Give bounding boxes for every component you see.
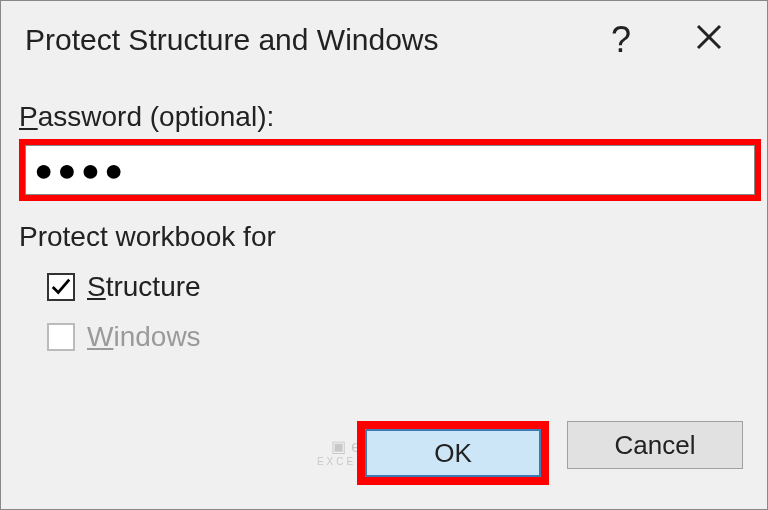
windows-checkbox <box>47 323 75 351</box>
cancel-button[interactable]: Cancel <box>567 421 743 469</box>
ok-button[interactable]: OK <box>365 429 541 477</box>
structure-label: Structure <box>87 271 201 303</box>
password-input[interactable] <box>25 145 755 195</box>
structure-checkbox-row[interactable]: Structure <box>47 271 743 303</box>
help-icon[interactable]: ? <box>597 19 645 61</box>
ok-button-highlight: OK <box>357 421 549 485</box>
protect-workbook-label: Protect workbook for <box>19 221 743 253</box>
windows-checkbox-row: Windows <box>47 321 743 353</box>
windows-label: Windows <box>87 321 201 353</box>
password-label: Password (optional): <box>19 101 743 133</box>
password-input-highlight <box>19 139 761 201</box>
titlebar: Protect Structure and Windows ? <box>1 1 767 71</box>
dialog-content: Password (optional): Protect workbook fo… <box>1 71 767 353</box>
structure-checkbox[interactable] <box>47 273 75 301</box>
close-icon[interactable] <box>685 22 733 59</box>
button-row: OK Cancel <box>357 421 743 485</box>
dialog-title: Protect Structure and Windows <box>25 23 597 57</box>
